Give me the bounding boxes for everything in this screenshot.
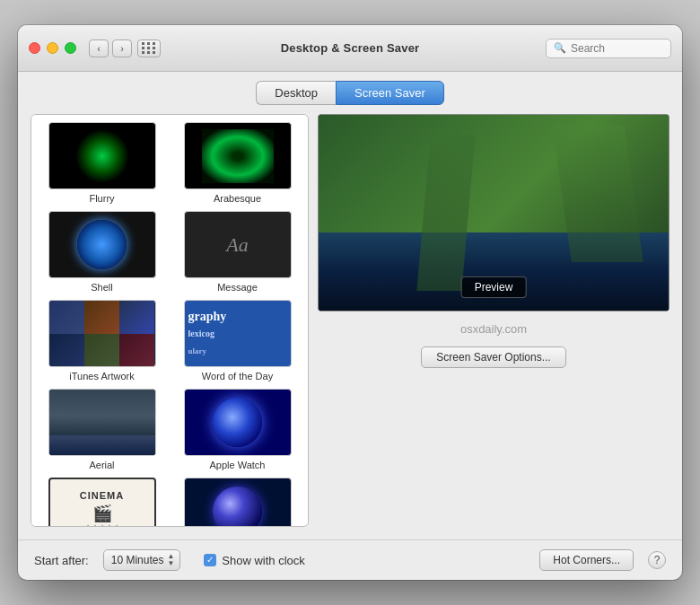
ss-label-message: Message [217, 282, 258, 293]
ss-thumb-flurry [48, 122, 156, 189]
titlebar: ‹ › Desktop & Screen Saver 🔍 [18, 25, 682, 72]
bottom-bar: Start after: 10 Minutes ▲ ▼ ✓ Show with … [18, 539, 682, 580]
ss-thumb-shell [48, 211, 156, 278]
help-button[interactable]: ? [648, 551, 666, 569]
ss-thumb-applewatch [184, 389, 292, 456]
message-thumb-text: Aa [226, 233, 248, 257]
screensaver-list[interactable]: Flurry Arabesque Shell Aa Mess [31, 114, 309, 527]
cinema-label: CINEMA [80, 490, 124, 501]
forward-button[interactable]: › [112, 39, 132, 57]
screensaver-grid: Flurry Arabesque Shell Aa Mess [39, 122, 301, 527]
hot-corners-button[interactable]: Hot Corners... [539, 549, 634, 571]
list-item[interactable]: iTunes Artwork [39, 300, 165, 381]
time-value: 10 Minutes [111, 554, 164, 566]
list-item[interactable]: Random [174, 478, 301, 527]
search-box[interactable]: 🔍 [546, 39, 671, 58]
traffic-lights [29, 42, 76, 54]
list-item[interactable]: graphylexicogulary Word of the Day [174, 300, 301, 381]
ss-thumb-arabesque [184, 122, 292, 189]
ss-thumb-random [184, 478, 292, 527]
ss-thumb-message: Aa [184, 211, 292, 278]
tab-screensaver[interactable]: Screen Saver [336, 81, 444, 105]
search-input[interactable] [571, 42, 663, 55]
maximize-button[interactable] [65, 42, 76, 54]
list-item[interactable]: Aa Message [174, 211, 301, 293]
show-clock-checkbox[interactable]: ✓ [204, 554, 216, 566]
ss-thumb-aerial [48, 389, 156, 456]
select-arrows-icon: ▲ ▼ [167, 553, 174, 567]
checkmark-icon: ✓ [206, 556, 214, 565]
time-select[interactable]: 10 Minutes ▲ ▼ [103, 549, 181, 571]
ss-label-flurry: Flurry [89, 193, 114, 204]
ss-label-shell: Shell [91, 282, 112, 293]
random-swirl-icon [213, 487, 262, 527]
ss-label-wotd: Word of the Day [202, 371, 273, 381]
tabs-area: Desktop Screen Saver [18, 72, 682, 105]
ss-label-aerial: Aerial [89, 460, 114, 470]
ss-thumb-itunes [48, 300, 156, 367]
list-item[interactable]: Flurry [39, 122, 165, 204]
screen-saver-options-button[interactable]: Screen Saver Options... [421, 346, 565, 368]
preview-button[interactable]: Preview [461, 276, 527, 298]
show-clock-label: Show with clock [222, 554, 304, 567]
list-item[interactable]: CINEMA 🎬 ★★★★★ SaveHollywood [39, 478, 165, 527]
list-item[interactable]: Arabesque [174, 122, 301, 204]
ss-thumb-savehollywood: CINEMA 🎬 ★★★★★ [48, 478, 156, 527]
grid-icon [142, 42, 156, 54]
start-after-label: Start after: [34, 554, 89, 567]
cinema-stars: ★★★★★ [84, 523, 120, 527]
search-icon: 🔍 [554, 42, 566, 54]
list-item[interactable]: Apple Watch [174, 389, 301, 470]
ss-label-itunes: iTunes Artwork [69, 371, 134, 381]
close-button[interactable] [29, 42, 40, 54]
main-content: Flurry Arabesque Shell Aa Mess [31, 114, 669, 527]
watch-swirl-icon [213, 398, 262, 447]
wotd-text: graphylexicogulary [188, 309, 227, 358]
window-title: Desktop & Screen Saver [281, 41, 420, 55]
ss-label-applewatch: Apple Watch [210, 460, 266, 470]
minimize-button[interactable] [47, 42, 58, 54]
preview-panel: Preview osxdaily.com Screen Saver Option… [318, 114, 669, 527]
ss-label-arabesque: Arabesque [214, 193, 261, 204]
grid-button[interactable] [137, 39, 161, 57]
nav-buttons: ‹ › [89, 39, 132, 57]
ss-thumb-wotd: graphylexicogulary [184, 300, 292, 367]
credit-text: osxdaily.com [460, 322, 527, 336]
back-button[interactable]: ‹ [89, 39, 109, 57]
clock-area: ✓ Show with clock [204, 554, 304, 567]
list-item[interactable]: Shell [39, 211, 165, 293]
preview-box: Preview [318, 114, 669, 311]
tab-desktop[interactable]: Desktop [256, 81, 336, 105]
list-item[interactable]: Aerial [39, 389, 165, 470]
main-window: ‹ › Desktop & Screen Saver 🔍 Desktop Scr… [18, 25, 682, 580]
